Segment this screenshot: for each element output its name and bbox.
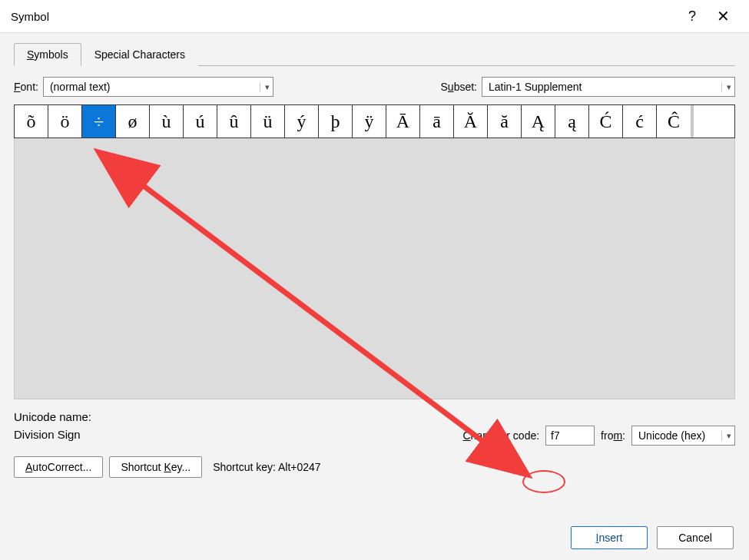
shortcut-key-display: Shortcut key: Alt+0247 bbox=[213, 461, 321, 473]
symbol-cell[interactable]: ú bbox=[184, 105, 217, 138]
symbol-cell[interactable]: ö bbox=[48, 105, 82, 138]
symbol-cell[interactable]: Ĉ bbox=[657, 105, 691, 138]
tab-panel-symbols: Font: (normal text)▾ Subset: Latin-1 Sup… bbox=[14, 65, 735, 478]
symbol-cell[interactable]: ă bbox=[488, 105, 522, 138]
subset-dropdown[interactable]: Latin-1 Supplement▾ bbox=[482, 77, 735, 97]
symbol-cell[interactable]: õ bbox=[15, 105, 48, 138]
symbol-cell[interactable]: ą bbox=[555, 105, 589, 138]
font-label: Font: bbox=[14, 81, 38, 93]
scrollbar[interactable] bbox=[691, 105, 694, 138]
unicode-name-label: Unicode name: bbox=[14, 410, 91, 423]
tab-special-characters[interactable]: Special Characters bbox=[81, 43, 198, 66]
shortcut-key-button[interactable]: Shortcut Key... bbox=[109, 456, 202, 478]
symbol-cell[interactable]: ā bbox=[420, 105, 454, 138]
unicode-name-value: Division Sign bbox=[14, 428, 91, 441]
recently-used-area bbox=[14, 138, 735, 399]
chevron-down-icon: ▾ bbox=[260, 82, 270, 92]
character-code-input[interactable] bbox=[545, 426, 595, 446]
cancel-button[interactable]: Cancel bbox=[657, 526, 734, 549]
symbol-cell[interactable]: ø bbox=[116, 105, 150, 138]
close-icon[interactable]: ✕ bbox=[708, 7, 738, 25]
symbol-cell[interactable]: ÿ bbox=[353, 105, 386, 138]
symbol-cell[interactable]: ù bbox=[150, 105, 184, 138]
from-dropdown[interactable]: Unicode (hex)▾ bbox=[631, 426, 735, 446]
autocorrect-button[interactable]: AutoCorrect... bbox=[14, 456, 103, 478]
symbol-cell[interactable]: Ă bbox=[454, 105, 488, 138]
symbol-cell[interactable]: þ bbox=[319, 105, 353, 138]
chevron-down-icon: ▾ bbox=[721, 82, 731, 92]
symbol-cell[interactable]: ć bbox=[623, 105, 657, 138]
symbol-cell[interactable]: Ć bbox=[589, 105, 623, 138]
symbol-cell[interactable]: ü bbox=[251, 105, 285, 138]
symbol-cell[interactable]: ÷ bbox=[82, 105, 116, 138]
subset-label: Subset: bbox=[441, 81, 478, 93]
symbol-cell[interactable]: Ā bbox=[386, 105, 420, 138]
window-title: Symbol bbox=[11, 10, 677, 23]
font-dropdown[interactable]: (normal text)▾ bbox=[43, 77, 273, 97]
from-label: from: bbox=[601, 429, 625, 442]
help-icon[interactable]: ? bbox=[677, 8, 708, 25]
titlebar: Symbol ? ✕ bbox=[0, 0, 749, 32]
insert-button[interactable]: Insert bbox=[571, 526, 648, 549]
tabs: Symbols Special Characters bbox=[14, 43, 735, 66]
dialog-footer: Insert Cancel bbox=[571, 526, 734, 549]
character-code-label: Character code: bbox=[462, 429, 539, 442]
symbol-grid: õö÷øùúûüýþÿĀāĂăĄąĆćĈ bbox=[15, 105, 691, 138]
symbol-cell[interactable]: Ą bbox=[522, 105, 555, 138]
symbol-grid-container: õö÷øùúûüýþÿĀāĂăĄąĆćĈ bbox=[14, 104, 735, 138]
chevron-down-icon: ▾ bbox=[721, 431, 731, 441]
tab-symbols[interactable]: Symbols bbox=[14, 43, 81, 66]
symbol-cell[interactable]: û bbox=[217, 105, 251, 138]
symbol-cell[interactable]: ý bbox=[285, 105, 319, 138]
dialog-content: Symbols Special Characters Font: (normal… bbox=[0, 32, 749, 560]
